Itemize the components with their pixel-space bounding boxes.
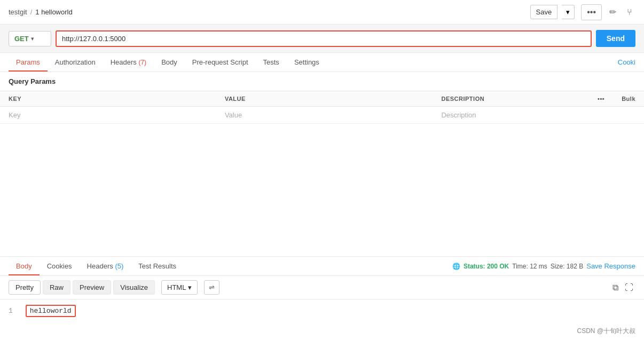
breadcrumb-slash: / (30, 8, 33, 16)
request-panel: Query Params KEY VALUE DESCRIPTION ••• B… (0, 72, 644, 256)
response-tab-headers[interactable]: Headers (5) (80, 257, 131, 275)
save-button[interactable]: Save (530, 5, 558, 19)
headers-badge: (7) (138, 59, 146, 66)
table-row: Key Value Description (0, 107, 644, 124)
url-input-wrapper: http://127.0.0.1:5000 (56, 30, 592, 47)
code-value-1: helloworld (26, 305, 76, 317)
tab-tests[interactable]: Tests (256, 53, 287, 72)
tab-pre-request[interactable]: Pre-request Script (185, 53, 256, 72)
value-cell[interactable]: Value (216, 107, 433, 124)
format-chevron-icon: ▾ (188, 283, 192, 291)
method-label: GET (14, 35, 29, 43)
response-section: Body Cookies Headers (5) Test Results 🌐 … (0, 256, 644, 322)
col-header-key: KEY (0, 91, 216, 107)
query-params-label: Query Params (0, 72, 644, 91)
method-select[interactable]: GET ▾ (9, 31, 51, 46)
send-button[interactable]: Send (596, 30, 635, 47)
col-header-value: VALUE (216, 91, 433, 107)
response-status-bar: 🌐 Status: 200 OK Time: 12 ms Size: 182 B… (452, 262, 635, 270)
tab-params[interactable]: Params (9, 53, 48, 72)
response-tab-cookies[interactable]: Cookies (40, 257, 80, 275)
copy-button[interactable]: ⧉ (610, 281, 621, 295)
save-dropdown-button[interactable]: ▾ (562, 5, 575, 19)
fork-button[interactable]: ⑂ (624, 5, 635, 19)
response-toolbar: Pretty Raw Preview Visualize HTML ▾ ⇌ ⧉ … (0, 276, 644, 299)
col-header-description: DESCRIPTION (433, 91, 589, 107)
footer: CSDN @十旬叶大叔 (0, 322, 644, 340)
col-header-more: ••• (589, 91, 613, 107)
main-content: GET ▾ http://127.0.0.1:5000 Send Params … (0, 25, 644, 340)
status-badge: Status: 200 OK (464, 263, 509, 270)
response-tab-test-results[interactable]: Test Results (131, 257, 184, 275)
format-select[interactable]: HTML ▾ (161, 280, 198, 295)
desc-cell[interactable]: Description (433, 107, 589, 124)
url-display[interactable]: http://127.0.0.1:5000 (62, 35, 125, 43)
response-headers-badge: (5) (115, 262, 123, 270)
toolbar-right: ⧉ ⛶ (610, 281, 635, 295)
tab-authorization[interactable]: Authorization (48, 53, 103, 72)
raw-button[interactable]: Raw (43, 280, 70, 295)
url-bar: GET ▾ http://127.0.0.1:5000 Send (0, 25, 644, 53)
edit-button[interactable]: ✏ (606, 5, 619, 19)
size-badge: Size: 182 B (551, 263, 583, 270)
request-tabs-row: Params Authorization Headers (7) Body Pr… (0, 53, 644, 72)
params-table: KEY VALUE DESCRIPTION ••• Bulk Key Value (0, 91, 644, 124)
key-cell[interactable]: Key (0, 107, 216, 124)
bulk-cell (613, 107, 644, 124)
pretty-button[interactable]: Pretty (9, 280, 41, 295)
more-cell (589, 107, 613, 124)
col-header-bulk[interactable]: Bulk (613, 91, 644, 107)
response-tabs-row: Body Cookies Headers (5) Test Results 🌐 … (0, 257, 644, 276)
format-label: HTML (167, 283, 186, 291)
wrap-button[interactable]: ⇌ (204, 280, 219, 295)
workspace-name[interactable]: testgit (9, 8, 27, 16)
save-response-button[interactable]: Save Response (586, 262, 635, 270)
more-options-button[interactable]: ••• (581, 4, 602, 20)
globe-icon: 🌐 (452, 263, 460, 270)
empty-space (0, 124, 644, 256)
tab-body[interactable]: Body (154, 53, 185, 72)
wrap-icon: ⇌ (209, 283, 215, 291)
response-tab-body[interactable]: Body (9, 257, 40, 275)
preview-button[interactable]: Preview (73, 280, 111, 295)
expand-button[interactable]: ⛶ (623, 281, 635, 295)
line-number-1: 1 (9, 307, 13, 315)
cookies-link[interactable]: Cooki (618, 53, 635, 72)
watermark-text: CSDN @十旬叶大叔 (577, 327, 635, 335)
method-chevron-icon: ▾ (31, 36, 34, 42)
tab-headers[interactable]: Headers (7) (103, 53, 154, 72)
breadcrumb: testgit / 1 helloworld (9, 8, 73, 16)
tab-settings[interactable]: Settings (287, 53, 327, 72)
time-badge: Time: 12 ms (512, 263, 547, 270)
request-name: 1 helloworld (35, 8, 72, 16)
top-bar: testgit / 1 helloworld Save ▾ ••• ✏ ⑂ (0, 0, 644, 25)
visualize-button[interactable]: Visualize (113, 280, 155, 295)
code-output: 1 helloworld (0, 299, 644, 322)
top-bar-actions: Save ▾ ••• ✏ ⑂ (530, 4, 635, 20)
